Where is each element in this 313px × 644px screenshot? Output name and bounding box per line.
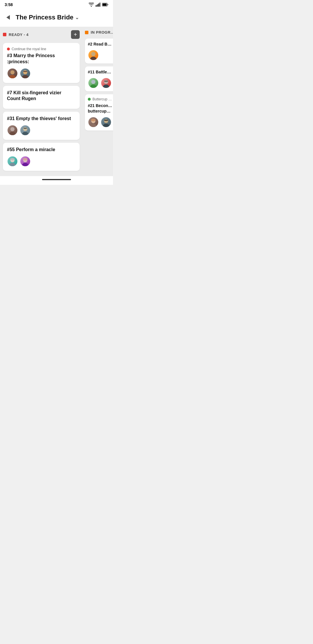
tag-dot-red	[7, 48, 10, 50]
ready-column: READY - 4 + Continue the royal line #3 M…	[0, 27, 83, 176]
card-31[interactable]: #31 Empty the thieves' forest	[3, 112, 80, 140]
home-indicator	[42, 179, 71, 180]
card-3-tag: Continue the royal line	[7, 47, 76, 51]
app-bar-title: The Princess Bride ⌄	[16, 14, 79, 21]
app-bar: The Princess Bride ⌄	[0, 9, 113, 27]
inprogress-column-title: IN PROGR…	[91, 30, 113, 35]
card-55[interactable]: #55 Perform a miracle	[3, 143, 80, 171]
card-21-tag: Buttercup …	[88, 97, 113, 101]
add-card-button[interactable]: +	[71, 30, 80, 39]
wifi-icon	[89, 3, 94, 7]
svg-point-23	[91, 52, 95, 56]
svg-point-18	[9, 163, 15, 166]
svg-point-27	[104, 80, 108, 84]
card-21-avatars	[88, 117, 113, 128]
svg-point-22	[23, 158, 28, 160]
card-55-avatars	[7, 156, 76, 167]
svg-rect-5	[103, 3, 107, 6]
svg-rect-2	[98, 3, 99, 7]
card-2[interactable]: #2 Read B…	[85, 39, 113, 64]
svg-rect-35	[104, 120, 108, 121]
svg-point-25	[91, 80, 95, 84]
time: 3:58	[5, 2, 13, 7]
card-21[interactable]: Buttercup … #21 Becon… buttercup…	[85, 94, 113, 130]
svg-rect-0	[96, 5, 97, 7]
back-button[interactable]	[3, 12, 13, 23]
card-31-title: #31 Empty the thieves' forest	[7, 116, 76, 122]
avatar	[101, 77, 112, 88]
svg-point-10	[22, 75, 28, 78]
avatar	[20, 68, 31, 79]
status-bar: 3:58	[0, 0, 113, 9]
svg-rect-1	[97, 4, 98, 7]
svg-rect-29	[104, 81, 108, 82]
avatar	[101, 117, 112, 128]
svg-rect-16	[24, 128, 27, 129]
tag-dot-green	[88, 98, 91, 101]
svg-point-33	[104, 119, 108, 123]
card-11-avatars	[88, 77, 113, 88]
avatar	[88, 117, 99, 128]
card-31-avatars	[7, 125, 76, 136]
card-7-title: #7 Kill six-fingered vizier Count Rugen	[7, 90, 76, 102]
card-55-title: #55 Perform a miracle	[7, 147, 76, 153]
svg-point-34	[103, 124, 109, 127]
signal-icon	[96, 3, 100, 7]
back-chevron-icon	[6, 15, 10, 20]
svg-point-31	[90, 124, 96, 127]
inprogress-status-dot	[85, 31, 88, 34]
avatar	[7, 68, 18, 79]
battery-icon	[102, 3, 108, 6]
avatar	[88, 77, 99, 88]
card-7[interactable]: #7 Kill six-fingered vizier Count Rugen	[3, 86, 80, 109]
bottom-bar	[0, 176, 113, 185]
avatar	[20, 125, 31, 136]
inprogress-column-header: IN PROGR…	[85, 29, 113, 36]
svg-rect-3	[100, 3, 101, 7]
svg-point-24	[90, 57, 96, 60]
columns-container: READY - 4 + Continue the royal line #3 M…	[0, 27, 113, 176]
svg-point-26	[90, 85, 96, 88]
avatar	[7, 156, 18, 167]
app-title-text: The Princess Bride	[16, 14, 73, 21]
card-21-title: #21 Becon… buttercup…	[88, 103, 113, 113]
status-icons	[89, 3, 108, 7]
inprogress-column: IN PROGR… #2 Read B… #11 Battle…	[83, 27, 113, 176]
card-11[interactable]: #11 Battle…	[85, 66, 113, 91]
avatar	[20, 156, 31, 167]
ready-column-header: READY - 4 +	[3, 29, 80, 40]
svg-point-32	[91, 119, 96, 121]
avatar	[7, 125, 18, 136]
card-3-avatars	[7, 68, 76, 79]
svg-point-19	[10, 158, 15, 160]
card-2-title: #2 Read B…	[88, 41, 113, 47]
svg-point-13	[9, 132, 15, 135]
card-11-title: #11 Battle…	[88, 69, 113, 75]
card-2-avatars	[88, 50, 113, 61]
svg-point-12	[10, 127, 14, 131]
card-21-tag-label: Buttercup …	[92, 97, 112, 101]
chevron-down-icon[interactable]: ⌄	[75, 15, 79, 20]
svg-point-14	[23, 127, 27, 131]
ready-column-title: READY - 4	[9, 32, 29, 37]
ready-header-left: READY - 4	[3, 32, 29, 37]
inprogress-header-left: IN PROGR…	[85, 30, 113, 35]
svg-point-28	[103, 85, 109, 88]
svg-point-21	[22, 163, 28, 166]
add-icon: +	[74, 32, 77, 37]
card-3-title: #3 Marry the Princess :princess:	[7, 53, 76, 65]
svg-point-7	[9, 75, 15, 78]
card-3[interactable]: Continue the royal line #3 Marry the Pri…	[3, 43, 80, 83]
svg-rect-11	[23, 71, 27, 72]
svg-point-15	[22, 132, 28, 135]
card-3-tag-label: Continue the royal line	[12, 47, 46, 51]
avatar	[88, 50, 99, 61]
ready-status-dot	[3, 33, 6, 36]
svg-point-9	[23, 70, 27, 74]
